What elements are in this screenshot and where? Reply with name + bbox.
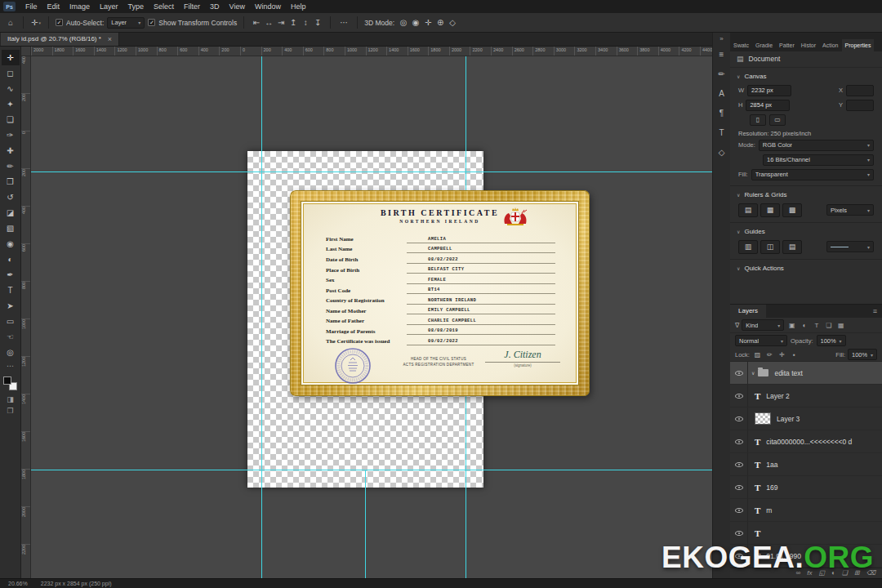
layer-row[interactable]: 169 (730, 476, 882, 499)
clone-stamp-tool-icon[interactable]: ❒ (2, 174, 20, 189)
crop-tool-icon[interactable]: ❏ (2, 112, 20, 127)
opacity-dropdown[interactable]: 100% (817, 335, 846, 346)
auto-select-checkbox[interactable] (56, 19, 63, 26)
history-brush-tool-icon[interactable]: ↺ (2, 189, 20, 205)
filter-kind-dropdown[interactable]: Kind (742, 319, 784, 331)
lock-all-icon[interactable]: ▪ (789, 350, 800, 360)
align-left-icon[interactable]: ⇤ (251, 16, 262, 29)
panel-tab[interactable]: Gradie (752, 39, 776, 51)
guide-horizontal-bottom[interactable] (31, 470, 712, 470)
toggle-rulers-icon[interactable]: ▤ (738, 203, 758, 217)
guide-vertical-center[interactable] (365, 470, 366, 578)
layer-row[interactable]: 1aa (730, 453, 882, 476)
guide-vertical-left[interactable] (261, 56, 262, 578)
eyedropper-tool-icon[interactable]: ✑ (2, 127, 20, 143)
visibility-toggle[interactable] (730, 362, 748, 384)
3d-rotate-icon[interactable]: ◎ (398, 16, 409, 29)
menu-item[interactable]: View (225, 0, 250, 13)
horizontal-ruler[interactable]: 2000180016001400120010008006004002000200… (31, 47, 712, 56)
panel-paragraph-icon[interactable]: ¶ (713, 103, 731, 122)
guides-section-header[interactable]: Guides (730, 225, 882, 238)
3d-scale-icon[interactable]: ◇ (447, 16, 458, 29)
brush-tool-icon[interactable]: ✏ (2, 158, 20, 174)
layer-row[interactable]: cita0000000...<<<<<<<<0 d (730, 430, 882, 453)
clear-guides-icon[interactable]: ▤ (782, 240, 802, 254)
panel-tab[interactable]: Action (819, 39, 841, 51)
align-center-h-icon[interactable]: ↔ (263, 16, 274, 29)
filter-type-icon[interactable]: T (811, 320, 822, 331)
filter-adjustment-icon[interactable]: ◐ (799, 320, 809, 331)
marquee-tool-icon[interactable]: ◻ (2, 65, 20, 81)
blur-tool-icon[interactable]: ◉ (2, 236, 20, 252)
bit-depth-dropdown[interactable]: 16 Bits/Channel (763, 154, 874, 166)
panel-history-icon[interactable]: ≡ (713, 44, 731, 64)
dodge-tool-icon[interactable]: ◐ (2, 252, 20, 267)
fill-dropdown[interactable]: 100% (848, 349, 877, 360)
blend-mode-dropdown[interactable]: Normal (735, 335, 787, 346)
more-options-icon[interactable]: ⋯ (337, 18, 350, 27)
menu-item[interactable]: Edit (42, 0, 65, 13)
shape-tool-icon[interactable]: ▭ (2, 314, 20, 329)
path-select-tool-icon[interactable]: ➤ (2, 298, 20, 314)
menu-item[interactable]: Select (149, 0, 179, 13)
landscape-orientation-button[interactable]: ▭ (769, 114, 786, 126)
panel-libraries-icon[interactable]: ◇ (713, 142, 731, 162)
close-tab-icon[interactable]: × (108, 35, 112, 43)
snap-grid-icon[interactable]: ▩ (782, 203, 802, 217)
vertical-ruler[interactable]: 4002000200400600800100012001400160018002… (21, 56, 31, 578)
panel-tab[interactable]: Patter (776, 39, 798, 51)
3d-slide-icon[interactable]: ⊕ (434, 16, 446, 29)
align-bottom-icon[interactable]: ↧ (312, 16, 323, 29)
menu-item[interactable]: 3D (205, 0, 225, 13)
tab-layers[interactable]: Layers (730, 305, 766, 318)
guide-layout-icon[interactable]: ◫ (760, 240, 780, 254)
screen-mode-icon[interactable]: ❐ (2, 405, 20, 416)
filter-shape-icon[interactable]: ❏ (823, 320, 834, 331)
pen-tool-icon[interactable]: ✒ (2, 267, 20, 283)
zoom-level[interactable]: 20.66% (8, 581, 28, 586)
group-caret-icon[interactable] (751, 370, 755, 376)
hand-tool-icon[interactable]: ☜ (2, 329, 20, 345)
move-tool-icon[interactable]: ✛ (2, 50, 20, 65)
magic-wand-tool-icon[interactable]: ✦ (2, 96, 20, 112)
lock-pixels-icon[interactable]: ✏ (764, 350, 775, 360)
foreground-color-swatch[interactable] (3, 376, 11, 385)
filter-funnel-icon[interactable]: ∇ (735, 322, 739, 329)
canvas-y-field[interactable] (846, 100, 874, 111)
menu-item[interactable]: File (20, 0, 42, 13)
visibility-toggle[interactable] (730, 385, 748, 407)
portrait-orientation-button[interactable]: ▯ (750, 114, 766, 126)
3d-drag-icon[interactable]: ✛ (422, 16, 434, 29)
visibility-toggle[interactable] (730, 453, 748, 475)
layer-row[interactable]: Layer 3 (730, 408, 882, 430)
visibility-toggle[interactable] (730, 408, 748, 430)
eraser-tool-icon[interactable]: ◪ (2, 205, 20, 220)
lock-transparency-icon[interactable]: ▨ (752, 350, 763, 360)
edit-toolbar-icon[interactable]: ⋯ (2, 360, 20, 372)
auto-select-target-dropdown[interactable]: Layer (107, 17, 145, 29)
lock-position-icon[interactable]: ✛ (777, 350, 787, 360)
align-right-icon[interactable]: ⇥ (275, 16, 287, 29)
menu-item[interactable]: Help (286, 0, 311, 13)
menu-item[interactable]: Image (65, 0, 95, 13)
filter-pixel-icon[interactable]: ▣ (786, 320, 797, 331)
document-tab[interactable]: Italy id.psd @ 20.7% (RGB/16) * × (1, 32, 119, 46)
birth-certificate-image[interactable]: BIRTH CERTIFICATE NORTHERN IRELAND (290, 190, 590, 396)
align-center-v-icon[interactable]: ↕ (300, 16, 311, 29)
menu-item[interactable]: Window (250, 0, 286, 13)
new-guide-icon[interactable]: ▥ (738, 240, 758, 254)
panel-character-icon[interactable]: A (713, 83, 731, 103)
type-tool-icon[interactable]: T (2, 283, 20, 298)
panel-glyphs-icon[interactable]: T (713, 122, 731, 142)
layer-row[interactable]: Layer 2 (730, 385, 882, 408)
canvas-height-field[interactable]: 2854 px (746, 100, 790, 111)
panel-tab[interactable]: Histor (798, 39, 819, 51)
guide-style-dropdown[interactable] (826, 241, 874, 252)
menu-item[interactable]: Type (123, 0, 149, 13)
guide-horizontal-top[interactable] (31, 172, 712, 172)
panel-tab[interactable]: Properties (842, 39, 875, 51)
current-tool-icon[interactable]: ✛ (30, 16, 42, 29)
canvas-area[interactable]: 2000180016001400120010008006004002000200… (21, 47, 712, 578)
layer-row[interactable]: edita text (730, 362, 882, 385)
panel-brush-settings-icon[interactable]: ✏ (713, 64, 731, 83)
